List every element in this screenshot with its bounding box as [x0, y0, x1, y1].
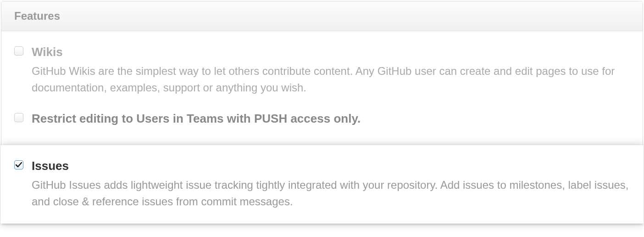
feature-restrict: Restrict editing to Users in Teams with …: [1, 110, 643, 145]
checkbox-wrap: [14, 45, 23, 57]
feature-issues: Issues GitHub Issues adds lightweight is…: [0, 145, 644, 224]
checkbox-wrap: [14, 112, 23, 124]
feature-content: Issues GitHub Issues adds lightweight is…: [32, 159, 630, 210]
features-panel: Features Wikis GitHub Wikis are the simp…: [1, 1, 643, 224]
panel-title: Features: [14, 10, 630, 23]
check-icon: [15, 161, 22, 169]
issues-checkbox[interactable]: [14, 160, 23, 169]
panel-header: Features: [1, 1, 643, 31]
restrict-label: Restrict editing to Users in Teams with …: [32, 112, 630, 126]
feature-content: Restrict editing to Users in Teams with …: [32, 112, 630, 130]
restrict-checkbox[interactable]: [14, 113, 23, 122]
feature-wikis: Wikis GitHub Wikis are the simplest way …: [1, 31, 643, 110]
feature-content: Wikis GitHub Wikis are the simplest way …: [32, 45, 630, 96]
wikis-checkbox[interactable]: [14, 46, 23, 56]
issues-desc: GitHub Issues adds lightweight issue tra…: [32, 177, 630, 210]
issues-label: Issues: [32, 159, 630, 173]
checkbox-wrap: [14, 159, 23, 170]
panel-body: Wikis GitHub Wikis are the simplest way …: [1, 31, 643, 224]
wikis-desc: GitHub Wikis are the simplest way to let…: [32, 63, 630, 96]
wikis-label: Wikis: [32, 45, 630, 59]
